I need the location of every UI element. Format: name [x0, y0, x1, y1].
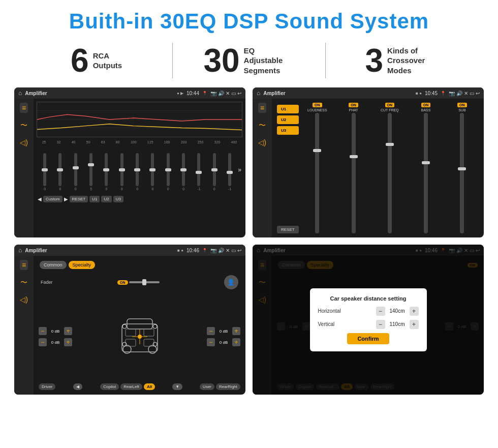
u2-btn[interactable]: U2: [101, 196, 111, 202]
channel-controls: U1 U2 U3 RESET ON LOUDNESS: [275, 102, 481, 234]
custom-btn[interactable]: Custom: [43, 196, 63, 202]
u1-channel-btn[interactable]: U1: [277, 105, 299, 113]
avatar-btn[interactable]: 👤: [224, 275, 238, 289]
driver-btn[interactable]: Driver: [39, 383, 55, 390]
db-minus-4[interactable]: −: [207, 338, 215, 346]
eq-slider-8[interactable]: 0: [145, 153, 160, 191]
eq-slider-1[interactable]: 0: [38, 153, 52, 191]
eq-icon[interactable]: ≡: [20, 103, 28, 113]
screen-amp-time: 10:45: [425, 91, 438, 96]
page-header: Buith-in 30EQ DSP Sound System: [0, 0, 498, 39]
specialty-tab-bl[interactable]: Specialty: [69, 261, 96, 269]
next-arrow[interactable]: ▶: [64, 196, 68, 202]
sub-slider[interactable]: [460, 113, 464, 233]
horizontal-minus[interactable]: −: [376, 307, 385, 316]
wave-icon-tr[interactable]: 〜: [259, 121, 266, 130]
bottom-btns-bl: Driver ◀ Copilot RearLeft All ▼ User Rea…: [37, 382, 242, 392]
db-plus-3[interactable]: +: [232, 327, 240, 335]
eq-graph: [37, 102, 242, 137]
eq-slider-10[interactable]: 0: [176, 153, 191, 191]
u1-btn[interactable]: U1: [89, 196, 100, 202]
horizontal-plus[interactable]: +: [410, 307, 419, 316]
db-minus-3[interactable]: −: [207, 327, 215, 335]
eq-icon-bl[interactable]: ≡: [20, 260, 28, 270]
wave-icon-bl[interactable]: 〜: [20, 278, 27, 287]
nav-left-btn[interactable]: ◀: [73, 383, 82, 390]
stat-desc-rca: RCAOutputs: [93, 51, 122, 71]
eq-slider-5[interactable]: 0: [99, 153, 113, 191]
db-minus-1[interactable]: −: [39, 327, 47, 335]
speaker-icon[interactable]: ◁): [20, 138, 28, 146]
home-icon-tr[interactable]: ⌂: [257, 89, 260, 97]
eq-more-icon[interactable]: »: [238, 166, 241, 173]
stat-num-eq: 30: [203, 44, 239, 77]
bass-on-btn[interactable]: ON: [421, 103, 431, 107]
eq-labels: 25 32 40 50 63 80 100 125 160 200 250 32…: [37, 139, 242, 145]
bass-slider[interactable]: [424, 113, 428, 233]
nav-down-btn[interactable]: ▼: [172, 383, 182, 390]
svg-point-14: [122, 324, 127, 328]
eq-slider-13[interactable]: -1: [223, 153, 237, 191]
reset-btn[interactable]: RESET: [70, 196, 88, 202]
phat-slider[interactable]: [352, 113, 356, 233]
home-icon[interactable]: ⌂: [18, 89, 22, 97]
svg-rect-8: [144, 329, 154, 336]
close-icon-tr: ✕: [464, 91, 468, 96]
speaker-icon-bl[interactable]: ◁): [20, 295, 28, 304]
u3-channel-btn[interactable]: U3: [277, 126, 299, 135]
stat-rca: 6 RCAOutputs: [20, 44, 172, 77]
loudness-on-btn[interactable]: ON: [313, 103, 322, 107]
eq-slider-12[interactable]: 0: [207, 153, 222, 191]
speaker-icon-tr[interactable]: ◁): [258, 138, 266, 146]
wave-icon[interactable]: 〜: [20, 121, 27, 130]
location-icon: 📍: [202, 91, 207, 96]
channel-bass: ON BASS: [409, 103, 442, 233]
rearleft-btn[interactable]: RearLeft: [120, 383, 142, 390]
vertical-minus[interactable]: −: [376, 320, 385, 329]
u3-btn[interactable]: U3: [113, 196, 123, 202]
copilot-btn[interactable]: Copilot: [100, 383, 119, 390]
screen-eq-content: ≡ 〜 ◁): [14, 99, 245, 237]
fader-on-pill[interactable]: ON: [117, 280, 128, 285]
stats-row: 6 RCAOutputs 30 EQ AdjustableSegments 3 …: [0, 39, 498, 84]
cutfreq-on-btn[interactable]: ON: [385, 103, 395, 107]
vertical-value: 110cm: [387, 321, 408, 327]
eq-slider-6[interactable]: 0: [115, 153, 129, 191]
status-bar-amp: ⌂ Amplifier ■ ● 10:45 📍 📷 🔊 ✕ ▭ ↩: [253, 87, 484, 99]
eq-sliders: 0 0 0 5 0: [37, 147, 242, 193]
horizontal-ctrl: − 140cm +: [376, 307, 419, 316]
db-minus-2[interactable]: −: [39, 338, 47, 346]
confirm-button[interactable]: Confirm: [347, 333, 389, 344]
eq-slider-11[interactable]: -1: [192, 153, 206, 191]
eq-icon-tr[interactable]: ≡: [258, 103, 266, 113]
dialog-horizontal-row: Horizontal − 140cm +: [318, 307, 419, 316]
cutfreq-slider[interactable]: [388, 113, 392, 233]
db-plus-1[interactable]: +: [64, 327, 72, 335]
vertical-ctrl: − 110cm +: [376, 320, 419, 329]
all-btn[interactable]: All: [144, 383, 155, 390]
db-plus-4[interactable]: +: [232, 338, 240, 346]
db-plus-2[interactable]: +: [64, 338, 72, 346]
reset-channel-btn[interactable]: RESET: [277, 226, 299, 233]
stat-desc-crossover: Kinds ofCrossover Modes: [387, 46, 438, 76]
loudness-slider[interactable]: [315, 113, 319, 233]
sub-on-btn[interactable]: ON: [457, 103, 467, 107]
eq-slider-3[interactable]: 0: [69, 153, 83, 191]
user-btn-bl[interactable]: User: [200, 383, 214, 390]
eq-slider-4[interactable]: 5: [84, 153, 98, 191]
phat-on-btn[interactable]: ON: [349, 103, 358, 107]
camera-icon-bl: 📷: [210, 248, 216, 253]
vertical-plus[interactable]: +: [410, 320, 419, 329]
db-row-2: − 0 dB +: [39, 338, 72, 346]
status-icons-bl: 📷 🔊 ✕ ▭ ↩: [210, 248, 241, 253]
rearright-btn[interactable]: RearRight: [216, 383, 240, 390]
eq-slider-9[interactable]: 0: [161, 153, 175, 191]
u2-channel-btn[interactable]: U2: [277, 115, 299, 124]
eq-slider-7[interactable]: 0: [130, 153, 144, 191]
fader-slider[interactable]: ON: [117, 280, 160, 285]
prev-arrow[interactable]: ◀: [38, 196, 42, 202]
db-row-1: − 0 dB +: [39, 327, 72, 335]
eq-slider-2[interactable]: 0: [53, 153, 67, 191]
common-tab-bl[interactable]: Common: [40, 261, 67, 269]
home-icon-bl[interactable]: ⌂: [18, 247, 22, 254]
